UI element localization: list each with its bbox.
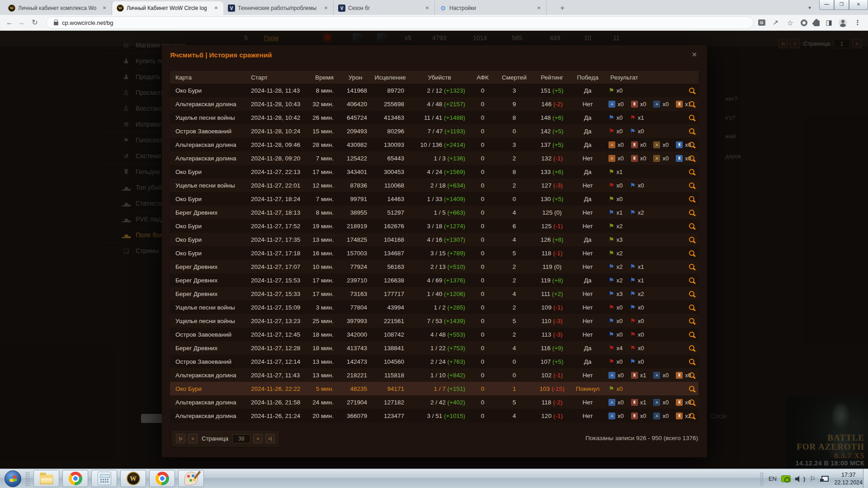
folder-taskbar-button[interactable] xyxy=(33,470,59,487)
battle-row[interactable]: Берег Древних2024-11-27, 15:5317 мин.239… xyxy=(170,273,698,287)
tab-search-chevron-icon[interactable] xyxy=(805,3,815,13)
battle-row[interactable]: Остров Завоеваний2024-11-27, 12:1413 мин… xyxy=(170,355,698,368)
magnifier-icon[interactable] xyxy=(689,223,694,229)
battle-row[interactable]: Альтеракская долина2024-11-26, 21:2420 м… xyxy=(170,409,698,422)
magnifier-icon[interactable] xyxy=(689,196,694,202)
magnifier-icon[interactable] xyxy=(689,318,694,324)
chrome-taskbar-button[interactable] xyxy=(62,470,88,487)
language-indicator[interactable]: EN xyxy=(769,475,777,482)
new-tab-button[interactable] xyxy=(557,2,568,14)
page-number-input[interactable]: 38 xyxy=(232,434,250,443)
close-window-button[interactable] xyxy=(849,0,868,10)
back-button[interactable] xyxy=(4,17,15,28)
battle-row[interactable]: Берег Древних2024-11-27, 18:138 мин.3895… xyxy=(170,206,698,219)
battle-row[interactable]: Ущелье песни войны2024-11-28, 10:4226 ми… xyxy=(170,111,698,124)
magnifier-icon[interactable] xyxy=(689,128,694,134)
address-bar[interactable]: cp.wowcircle.net/bg xyxy=(46,16,754,29)
prev-page-button[interactable] xyxy=(790,39,800,48)
calculator-taskbar-button[interactable] xyxy=(91,470,117,487)
tab-close-icon[interactable]: ✕ xyxy=(535,5,542,12)
magnifier-icon[interactable] xyxy=(689,142,694,147)
last-page-button[interactable] xyxy=(265,434,275,443)
battle-row[interactable]: Альтеракская долина2024-11-28, 09:4628 м… xyxy=(170,138,698,151)
battle-row[interactable]: Альтеракская долина2024-11-28, 10:4332 м… xyxy=(170,97,698,111)
action-center-flag-icon[interactable] xyxy=(810,475,816,483)
magnifier-icon[interactable] xyxy=(689,237,694,242)
page-number-input[interactable]: 1 xyxy=(834,39,850,48)
magnifier-icon[interactable] xyxy=(689,115,694,120)
magnifier-icon[interactable] xyxy=(689,250,694,256)
tab-close-icon[interactable]: ✕ xyxy=(101,5,108,12)
magnifier-icon[interactable] xyxy=(689,399,694,405)
next-page-button[interactable] xyxy=(253,434,263,443)
extension-circle-icon[interactable] xyxy=(801,19,807,26)
browser-menu-icon[interactable] xyxy=(854,19,862,27)
battle-row[interactable]: Остров Завоеваний2024-11-27, 12:4518 мин… xyxy=(170,328,698,341)
magnifier-icon[interactable] xyxy=(689,372,694,378)
magnifier-icon[interactable] xyxy=(689,277,694,283)
browser-tab[interactable]: VСезон бг✕ xyxy=(334,1,435,15)
battle-row[interactable]: Око Бури2024-11-27, 22:1317 мин.34340130… xyxy=(170,165,698,178)
magnifier-icon[interactable] xyxy=(689,88,694,93)
tab-close-icon[interactable]: ✕ xyxy=(322,5,330,12)
magnifier-icon[interactable] xyxy=(689,264,694,269)
side-panel-icon[interactable] xyxy=(826,19,832,27)
battle-row[interactable]: Око Бури2024-11-26, 22:225 мин.482359417… xyxy=(170,382,698,395)
paint-taskbar-button[interactable] xyxy=(178,470,204,487)
magnifier-icon[interactable] xyxy=(689,305,694,310)
battle-row[interactable]: Око Бури2024-11-27, 17:5219 мин.21891916… xyxy=(170,219,698,233)
chrome-taskbar-button[interactable] xyxy=(149,470,175,487)
battle-row[interactable]: Альтеракская долина2024-11-26, 21:5824 м… xyxy=(170,395,698,409)
magnifier-icon[interactable] xyxy=(689,210,694,215)
battle-row[interactable]: Ущелье песни войны2024-11-27, 13:2325 ми… xyxy=(170,314,698,328)
clock[interactable]: 17:37 22.12.2024 xyxy=(834,471,863,487)
restore-button[interactable] xyxy=(834,0,849,10)
start-button[interactable] xyxy=(5,470,21,487)
extensions-puzzle-icon[interactable] xyxy=(814,20,820,26)
battle-row[interactable]: Берег Древних2024-11-27, 15:3317 мин.731… xyxy=(170,287,698,300)
profile-avatar[interactable] xyxy=(839,19,847,27)
share-icon[interactable] xyxy=(772,19,780,27)
magnifier-icon[interactable] xyxy=(689,359,694,364)
magnifier-icon[interactable] xyxy=(689,155,694,161)
bookmark-star-icon[interactable] xyxy=(786,19,794,27)
magnifier-icon[interactable] xyxy=(689,332,694,337)
magnifier-icon[interactable] xyxy=(689,291,694,296)
forward-button[interactable] xyxy=(15,17,27,28)
magnifier-icon[interactable] xyxy=(689,183,694,188)
magnifier-icon[interactable] xyxy=(689,345,694,351)
battle-row[interactable]: Ущелье песни войны2024-11-27, 22:0112 ми… xyxy=(170,178,698,192)
character-link[interactable]: Гром xyxy=(264,34,278,42)
battle-row[interactable]: Око Бури2024-11-28, 11:438 мин.141968897… xyxy=(170,84,698,97)
first-page-button[interactable] xyxy=(176,434,185,443)
prev-page-button[interactable] xyxy=(188,434,198,443)
volume-icon[interactable] xyxy=(795,476,802,482)
first-page-button[interactable] xyxy=(778,39,788,48)
nvidia-icon[interactable] xyxy=(781,475,791,482)
browser-tab[interactable]: WЛичный кабинет комплекса Wo✕ xyxy=(4,1,112,15)
battle-row[interactable]: Око Бури2024-11-27, 17:3513 мин.17482510… xyxy=(170,233,698,246)
battle-row[interactable]: Остров Завоеваний2024-11-28, 10:2415 мин… xyxy=(170,124,698,138)
url-text[interactable]: cp.wowcircle.net/bg xyxy=(62,19,113,26)
magnifier-icon[interactable] xyxy=(689,386,694,391)
show-desktop-button[interactable] xyxy=(863,469,868,488)
next-page-button[interactable] xyxy=(852,39,862,48)
battle-row[interactable]: Альтеракская долина2024-11-28, 09:207 ми… xyxy=(170,151,698,165)
battle-row[interactable]: Ущелье песни войны2024-11-27, 15:093 мин… xyxy=(170,300,698,314)
tab-close-icon[interactable]: ✕ xyxy=(424,5,431,12)
tab-close-icon[interactable]: ✕ xyxy=(212,5,220,12)
browser-tab[interactable]: WЛичный Кабинет WoW Circle log✕ xyxy=(112,1,223,15)
magnifier-icon[interactable] xyxy=(689,169,694,174)
battle-row[interactable]: Око Бури2024-11-27, 17:1816 мин.15700313… xyxy=(170,246,698,260)
battle-row[interactable]: Око Бури2024-11-27, 18:247 мин.997911446… xyxy=(170,192,698,206)
magnifier-icon[interactable] xyxy=(689,413,694,418)
battle-row[interactable]: Берег Древних2024-11-27, 12:2818 мин.413… xyxy=(170,341,698,355)
minimize-button[interactable] xyxy=(819,0,834,10)
battle-row[interactable]: Альтеракская долина2024-11-27, 11:4313 м… xyxy=(170,368,698,382)
close-modal-icon[interactable] xyxy=(690,50,699,59)
browser-tab[interactable]: VТехнические работы/проблемы✕ xyxy=(223,1,334,15)
wow-taskbar-button[interactable] xyxy=(120,470,146,487)
network-icon[interactable] xyxy=(820,476,828,482)
browser-tab[interactable]: Настройки✕ xyxy=(435,1,547,15)
translate-icon[interactable] xyxy=(758,19,765,26)
